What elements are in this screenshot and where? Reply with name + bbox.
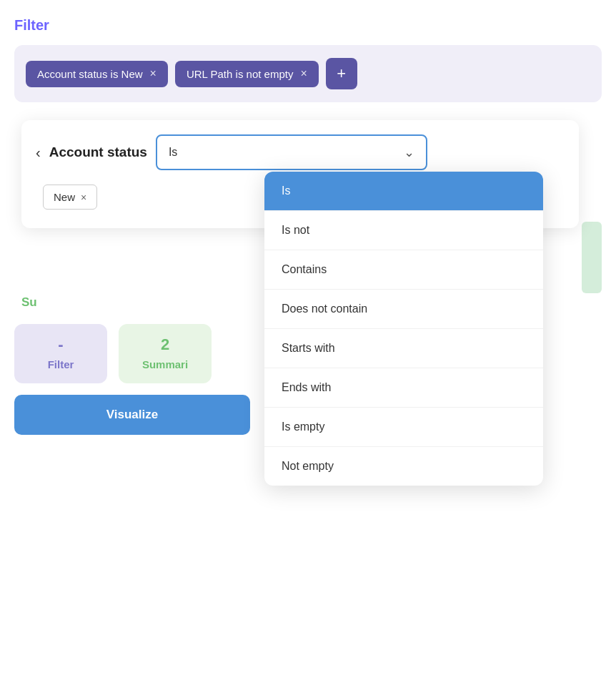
dropdown-option-not-empty[interactable]: Not empty xyxy=(264,447,543,486)
page-container: Filter Account status is New × URL Path … xyxy=(0,0,616,452)
dropdown-option-contains[interactable]: Contains xyxy=(264,250,543,290)
visualize-button[interactable]: Visualize xyxy=(14,395,250,435)
filter-tab[interactable]: - Filter xyxy=(14,324,107,383)
filter-tab-label: Filter xyxy=(48,358,74,370)
dropdown-option-is-empty[interactable]: Is empty xyxy=(264,408,543,447)
account-status-chip-label: Account status is New xyxy=(37,68,143,80)
dropdown-option-starts-with[interactable]: Starts with xyxy=(264,329,543,368)
dropdown-option-is[interactable]: Is xyxy=(264,172,543,211)
new-tag-close[interactable]: × xyxy=(81,192,86,203)
filter-bar: Account status is New × URL Path is not … xyxy=(14,45,602,102)
new-tag: New × xyxy=(43,185,97,210)
dropdown-option-does-not-contain[interactable]: Does not contain xyxy=(264,290,543,329)
account-status-chip[interactable]: Account status is New × xyxy=(26,61,168,87)
summarize-tab-count: 2 xyxy=(161,335,169,354)
panel-title: Account status xyxy=(49,144,147,160)
chevron-down-icon: ⌄ xyxy=(404,144,414,160)
condition-value: Is xyxy=(169,146,177,159)
url-path-chip-label: URL Path is not empty xyxy=(187,68,294,80)
condition-dropdown: Is Is not Contains Does not contain Star… xyxy=(264,172,543,486)
panel-header: ‹ Account status Is ⌄ xyxy=(36,134,565,170)
back-arrow-icon[interactable]: ‹ xyxy=(36,144,41,161)
url-path-chip[interactable]: URL Path is not empty × xyxy=(175,61,319,87)
summarize-tab[interactable]: 2 Summari xyxy=(119,324,212,383)
filter-title: Filter xyxy=(14,17,602,34)
dropdown-option-ends-with[interactable]: Ends with xyxy=(264,368,543,408)
filter-tab-count: - xyxy=(58,335,63,354)
url-path-chip-close[interactable]: × xyxy=(300,68,307,79)
add-filter-button[interactable]: + xyxy=(326,58,357,89)
dropdown-option-is-not[interactable]: Is not xyxy=(264,211,543,250)
account-status-chip-close[interactable]: × xyxy=(150,68,157,79)
condition-select[interactable]: Is ⌄ xyxy=(156,134,427,170)
summarize-tab-label: Summari xyxy=(142,358,188,370)
right-stripe xyxy=(582,222,602,293)
new-tag-label: New xyxy=(54,191,75,203)
